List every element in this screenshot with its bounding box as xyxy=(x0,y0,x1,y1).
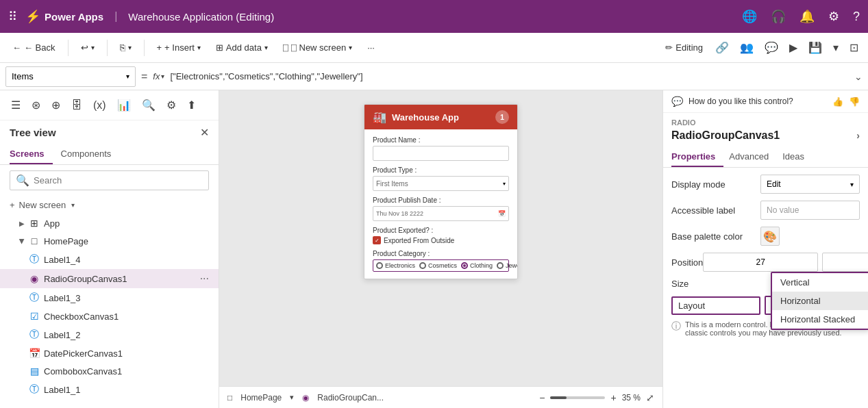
tree-close-icon[interactable]: ✕ xyxy=(200,126,209,139)
page-chevron-icon[interactable]: ▾ xyxy=(290,393,294,402)
tree-item-label1-3[interactable]: Ⓣ Label1_3 xyxy=(0,288,219,307)
help-icon[interactable]: ? xyxy=(853,10,860,24)
tab-screens[interactable]: Screens xyxy=(10,144,53,164)
copy-button[interactable]: ⎘ ▾ xyxy=(114,40,137,55)
tab-properties[interactable]: Properties xyxy=(671,147,723,167)
size-dropdown[interactable]: Vertical Horizontal Horizontal Stacked xyxy=(771,272,868,330)
product-type-label: Product Type : xyxy=(373,166,509,174)
accessible-label-input[interactable] xyxy=(760,201,860,220)
add-data-icon: ⊞ xyxy=(216,42,223,53)
save-icon[interactable]: 💾 xyxy=(806,38,825,57)
plus-circle-icon[interactable]: ⊕ xyxy=(49,96,63,114)
right-control-name: RadioGroupCanvas1 › xyxy=(663,128,868,147)
tree-item-label1-2[interactable]: Ⓣ Label1_2 xyxy=(0,325,219,344)
search-input[interactable] xyxy=(34,175,203,186)
powerapps-icon: ⚡ xyxy=(25,9,40,24)
new-screen-button[interactable]: ⎕ ⎕ New screen ▾ xyxy=(277,40,358,55)
back-button[interactable]: ← ← Back xyxy=(7,40,61,55)
analytics-icon[interactable]: 📊 xyxy=(114,96,134,114)
radio-dot-electronics xyxy=(376,262,383,269)
tree-title: Tree view xyxy=(10,127,56,138)
radio-electronics[interactable]: Electronics xyxy=(376,262,415,269)
radio-clothing[interactable]: Clothing xyxy=(461,262,493,269)
formula-chevron-icon[interactable]: ⌄ xyxy=(854,71,863,82)
tree-item-label1-1[interactable]: Ⓣ Label1_1 xyxy=(0,380,219,399)
exported-checkbox[interactable]: ✓ xyxy=(373,236,381,244)
position-y-input[interactable] xyxy=(822,253,868,272)
insert-button[interactable]: + + Insert ▾ xyxy=(151,40,206,55)
help-agent-icon[interactable]: 🎧 xyxy=(771,9,786,24)
back-arrow-icon: ← xyxy=(12,42,21,53)
collab-icon[interactable]: 👥 xyxy=(737,38,756,57)
tab-advanced[interactable]: Advanced xyxy=(729,147,777,167)
canvas-radio-group[interactable]: Electronics Cosmetics Clothing Jewe xyxy=(373,259,509,272)
zoom-minus-icon[interactable]: − xyxy=(539,392,545,403)
tree-item-datepicker[interactable]: 📅 DatePickerCanvas1 xyxy=(0,344,219,362)
radio-cosmetics[interactable]: Cosmetics xyxy=(419,262,457,269)
expand-icon[interactable]: ⤢ xyxy=(646,392,654,403)
right-control-chevron-icon[interactable]: › xyxy=(856,130,860,141)
position-x-input[interactable] xyxy=(703,253,818,272)
tree-item-radio-group[interactable]: ◉ RadioGroupCanvas1 ··· xyxy=(0,269,219,288)
search-left-icon[interactable]: 🔍 xyxy=(139,96,158,114)
app-name: Power Apps xyxy=(45,11,103,23)
new-screen-tree-button[interactable]: + New screen ▾ xyxy=(0,196,219,214)
palette-color-value: 🎨 xyxy=(760,227,860,246)
palette-color-button[interactable]: 🎨 xyxy=(760,227,780,246)
product-type-dropdown[interactable]: First Items ▾ xyxy=(373,176,509,191)
new-screen-tree-chevron-icon: ▾ xyxy=(71,201,75,209)
tree-item-checkbox[interactable]: ☑ CheckboxCanvas1 xyxy=(0,307,219,325)
right-radio-type-label: RADIO xyxy=(663,113,868,128)
question-icon: 💬 xyxy=(671,96,683,107)
tree-item-app[interactable]: ▶ ⊞ App xyxy=(0,214,219,232)
publish-date-input[interactable]: Thu Nov 18 2222 📅 xyxy=(373,206,509,221)
thumbs-up-icon[interactable]: 👍 xyxy=(832,97,843,107)
editing-button[interactable]: ✏ Editing xyxy=(660,40,708,55)
canvas-header-btn[interactable]: 1 xyxy=(495,110,509,124)
tab-ideas[interactable]: Ideas xyxy=(782,147,813,167)
upload-icon[interactable]: ⬆ xyxy=(184,96,199,114)
tree-item-label1-4[interactable]: Ⓣ Label1_4 xyxy=(0,250,219,269)
undo-button[interactable]: ↩ ▾ xyxy=(75,40,100,55)
variables-icon[interactable]: (x) xyxy=(90,97,109,114)
database-icon[interactable]: 🗄 xyxy=(69,97,85,114)
tree-item-combobox[interactable]: ▤ ComboboxCanvas1 xyxy=(0,362,219,380)
more-options-icon[interactable]: ··· xyxy=(200,272,209,285)
thumbs-down-icon[interactable]: 👎 xyxy=(849,97,860,107)
label2-icon: Ⓣ xyxy=(29,292,40,304)
canvas-area: 🏭 Warehouse App 1 Product Name : Product… xyxy=(219,90,662,408)
more-button[interactable]: ··· xyxy=(362,40,380,55)
size-option-horizontal-stacked[interactable]: Horizontal Stacked xyxy=(772,310,868,329)
environment-icon[interactable]: 🌐 xyxy=(742,9,757,24)
publish-chevron-icon[interactable]: ▾ xyxy=(830,38,841,57)
formula-name-box[interactable]: Items ▾ xyxy=(5,66,136,87)
top-bar: ⠿ ⚡ Power Apps | Warehouse Application (… xyxy=(0,0,868,33)
palette-color-row: Base palette color 🎨 xyxy=(671,227,860,246)
zoom-plus-icon[interactable]: + xyxy=(610,392,616,403)
screen-icon: □ xyxy=(29,235,40,246)
radio-jewellery[interactable]: Jewellery xyxy=(497,262,518,269)
size-option-vertical[interactable]: Vertical xyxy=(772,273,868,292)
export-icon[interactable]: ⊡ xyxy=(847,38,861,57)
tree-item-homepage[interactable]: ▶ □ HomePage xyxy=(0,232,219,250)
share-icon[interactable]: 🔗 xyxy=(712,38,732,57)
settings-left-icon[interactable]: ⚙ xyxy=(164,96,179,114)
hamburger-icon[interactable]: ☰ xyxy=(8,96,23,114)
layers-icon[interactable]: ⊛ xyxy=(29,96,43,114)
comment-icon[interactable]: 💬 xyxy=(762,38,781,57)
notifications-icon[interactable]: 🔔 xyxy=(799,9,815,24)
tree-search-box[interactable]: 🔍 xyxy=(10,170,209,190)
display-mode-dropdown[interactable]: Edit ▾ xyxy=(760,175,860,194)
zoom-slider[interactable] xyxy=(550,396,605,399)
add-data-button[interactable]: ⊞ Add data ▾ xyxy=(210,40,273,55)
zoom-level: 35 % xyxy=(622,393,641,403)
size-option-horizontal[interactable]: Horizontal xyxy=(772,292,868,310)
radio-icon: ◉ xyxy=(29,273,40,284)
tab-components[interactable]: Components xyxy=(61,144,120,164)
product-name-input[interactable] xyxy=(373,146,509,161)
formula-input[interactable] xyxy=(170,71,849,81)
preview-icon[interactable]: ▶ xyxy=(786,38,800,57)
app-chevron-icon: ▶ xyxy=(19,220,25,227)
waffle-icon[interactable]: ⠿ xyxy=(8,9,17,24)
settings-icon[interactable]: ⚙ xyxy=(828,9,839,24)
